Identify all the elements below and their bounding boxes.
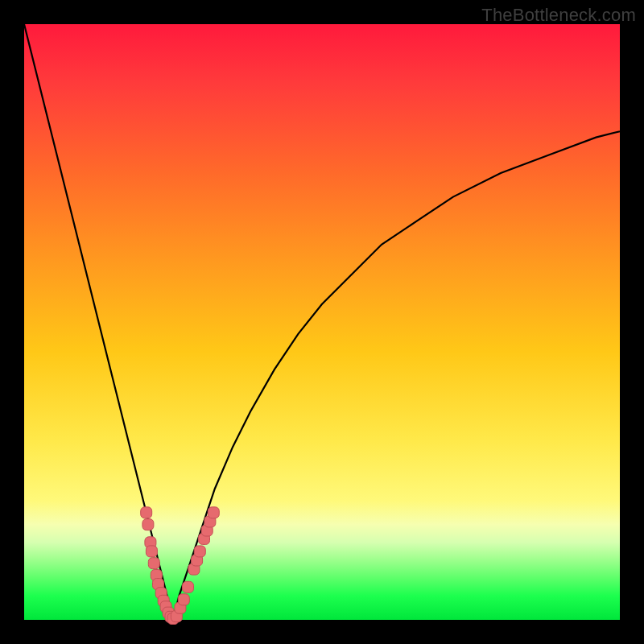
data-marker [146, 546, 157, 557]
markers-group [141, 507, 220, 625]
bottleneck-curve [24, 24, 620, 620]
data-marker [141, 507, 152, 518]
data-marker [194, 546, 205, 557]
curve-path [24, 24, 620, 620]
plot-area [24, 24, 620, 620]
data-marker [208, 507, 219, 518]
data-marker [178, 594, 189, 605]
data-marker [148, 558, 159, 569]
data-marker [183, 581, 194, 592]
chart-frame: TheBottleneck.com [0, 0, 644, 644]
watermark-text: TheBottleneck.com [481, 5, 636, 26]
data-marker [142, 519, 154, 530]
